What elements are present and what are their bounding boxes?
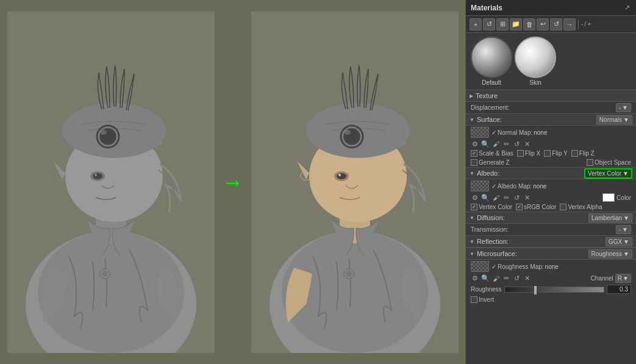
albedo-edit-icon[interactable]: ✏	[502, 193, 510, 202]
invert-checkbox[interactable]	[471, 296, 477, 303]
add-material-button[interactable]: +	[470, 18, 482, 30]
texture-section-label: Texture	[476, 92, 498, 99]
material-previews: Default Skin	[466, 33, 636, 90]
folder-button[interactable]: 📁	[510, 18, 522, 30]
diffusion-dropdown[interactable]: Lambertian ▼	[588, 213, 632, 223]
object-space-checkbox[interactable]	[587, 159, 593, 166]
albedo-triangle-icon: ▼	[470, 171, 474, 176]
generate-z-checkbox-item[interactable]: Generate Z	[471, 159, 510, 166]
channel-dropdown[interactable]: R ▼	[615, 274, 631, 283]
slash-label: /	[584, 21, 586, 27]
color-swatch[interactable]	[602, 193, 615, 202]
clear-icon[interactable]: ✕	[523, 140, 531, 148]
material-default[interactable]: Default	[471, 37, 512, 86]
roughness-map-row: ✓ Roughness Map: none	[466, 260, 636, 273]
reflection-triangle-icon: ▼	[470, 239, 474, 244]
albedo-vertex-color-dropdown[interactable]: Vertex Color ▼	[584, 168, 632, 179]
surface-triangle-icon: ▼	[470, 117, 474, 123]
diffusion-value: Lambertian	[591, 215, 622, 221]
search-icon[interactable]: 🔍	[481, 140, 490, 148]
vertex-color-checkbox[interactable]	[471, 204, 477, 210]
texture-section-header[interactable]: ▶ Texture	[466, 90, 636, 102]
scale-bias-row: Scale & Bias Flip X Flip Y Flip Z	[466, 149, 636, 158]
reflection-dropdown[interactable]: GGX ▼	[606, 237, 632, 246]
albedo-brush-icon[interactable]: 🖌	[491, 193, 500, 202]
delete-button[interactable]: 🗑	[523, 18, 535, 30]
undo-button[interactable]: ↩	[537, 18, 549, 30]
gear-icon[interactable]: ⚙	[471, 140, 479, 148]
normal-map-value: none	[534, 129, 547, 136]
refresh-button[interactable]: ↺	[483, 18, 495, 30]
roughness-slider[interactable]	[504, 287, 604, 293]
reflection-section-header[interactable]: ▼ Reflection: GGX ▼	[466, 235, 636, 248]
srgb-color-checkbox-item[interactable]: sRGB Color	[516, 204, 556, 210]
surface-section-header[interactable]: ▼ Surface: Normals ▼	[466, 113, 636, 126]
brush-icon[interactable]: 🖌	[491, 140, 500, 148]
flip-z-checkbox-item[interactable]: Flip Z	[571, 150, 595, 157]
flip-x-checkbox[interactable]	[517, 150, 524, 157]
albedo-map-tools: ⚙ 🔍 🖌 ✏ ↺ ✕ Color	[466, 193, 636, 202]
skin-sphere[interactable]	[515, 37, 556, 78]
transmission-dropdown[interactable]: - ▼	[616, 225, 631, 234]
transmission-row: Transmission: - ▼	[466, 224, 636, 235]
roughness-edit-icon[interactable]: ✏	[502, 274, 510, 283]
microsurface-section-header[interactable]: ▼ Microsurface: Roughness ▼	[466, 248, 636, 260]
microsurface-dropdown[interactable]: Roughness ▼	[588, 249, 633, 259]
albedo-section-header[interactable]: ▼ Albedo: Vertex Color ▼	[466, 167, 636, 179]
albedo-dropdown-arrow: ▼	[623, 170, 629, 177]
albedo-clear-icon[interactable]: ✕	[523, 193, 531, 202]
default-sphere[interactable]	[471, 37, 512, 78]
forward-button[interactable]: →	[563, 18, 576, 30]
invert-checkbox-item[interactable]: Invert	[471, 296, 494, 303]
scale-bias-checkbox-item[interactable]: Scale & Bias	[471, 150, 513, 157]
material-skin[interactable]: Skin	[515, 37, 556, 86]
roughness-map-text: Roughness Map:	[498, 263, 544, 270]
flip-x-checkbox-item[interactable]: Flip X	[517, 150, 541, 157]
roughness-reload-icon[interactable]: ↺	[512, 274, 521, 283]
vertex-alpha-checkbox[interactable]	[560, 204, 566, 210]
reflection-value: GGX	[609, 238, 622, 245]
svg-point-29	[346, 271, 352, 277]
surface-normals-dropdown[interactable]: Normals ▼	[596, 115, 632, 124]
reload-icon[interactable]: ↺	[512, 140, 521, 148]
surface-dropdown-arrow: ▼	[623, 116, 629, 123]
object-space-label: Object Space	[595, 159, 631, 166]
roughness-gear-icon[interactable]: ⚙	[471, 274, 479, 283]
vertex-color-checkbox-item[interactable]: Vertex Color	[471, 204, 512, 210]
plus-icon: +	[587, 21, 591, 27]
normal-map-tools: ⚙ 🔍 🖌 ✏ ↺ ✕	[466, 139, 636, 149]
albedo-gear-icon[interactable]: ⚙	[471, 193, 479, 202]
edit-icon[interactable]: ✏	[502, 140, 510, 148]
generate-z-checkbox[interactable]	[471, 159, 477, 166]
flip-y-checkbox[interactable]	[544, 150, 551, 157]
vertex-alpha-checkbox-item[interactable]: Vertex Alpha	[560, 204, 602, 210]
displacement-label: Displacement:	[471, 104, 509, 111]
vertex-alpha-label: Vertex Alpha	[568, 204, 602, 210]
roughness-brush-icon[interactable]: 🖌	[491, 274, 500, 283]
grid-button[interactable]: ⊞	[496, 18, 509, 30]
roughness-search-icon[interactable]: 🔍	[481, 274, 490, 283]
roughness-value-input[interactable]: 0.3	[607, 285, 631, 294]
viewport-content: →	[0, 0, 465, 364]
object-space-checkbox-item[interactable]: Object Space	[587, 159, 631, 166]
expand-icon[interactable]: ↗	[623, 3, 631, 12]
flip-z-checkbox[interactable]	[571, 150, 578, 157]
flip-y-checkbox-item[interactable]: Flip Y	[544, 150, 567, 157]
microsurface-section-left: ▼ Microsurface:	[470, 250, 517, 257]
displacement-dropdown[interactable]: - ▼	[616, 103, 631, 112]
default-label: Default	[482, 79, 501, 86]
reflection-dropdown-arrow: ▼	[623, 238, 629, 245]
roughness-clear-icon[interactable]: ✕	[523, 274, 531, 283]
redo-button[interactable]: ↺	[550, 18, 562, 30]
scale-bias-checkbox[interactable]	[471, 150, 477, 157]
generate-z-label: Generate Z	[479, 159, 510, 166]
surface-section-left: ▼ Surface:	[470, 116, 502, 123]
albedo-map-row: ✓ Albedo Map: none	[466, 179, 636, 193]
srgb-color-checkbox[interactable]	[516, 204, 523, 210]
diffusion-section-header[interactable]: ▼ Diffusion: Lambertian ▼	[466, 212, 636, 224]
albedo-reload-icon[interactable]: ↺	[512, 193, 521, 202]
channel-dropdown-arrow: ▼	[623, 275, 629, 282]
roughness-slider-handle[interactable]	[534, 286, 537, 294]
roughness-map-tools: ⚙ 🔍 🖌 ✏ ↺ ✕ Channel R ▼	[466, 273, 636, 284]
albedo-search-icon[interactable]: 🔍	[481, 193, 490, 202]
